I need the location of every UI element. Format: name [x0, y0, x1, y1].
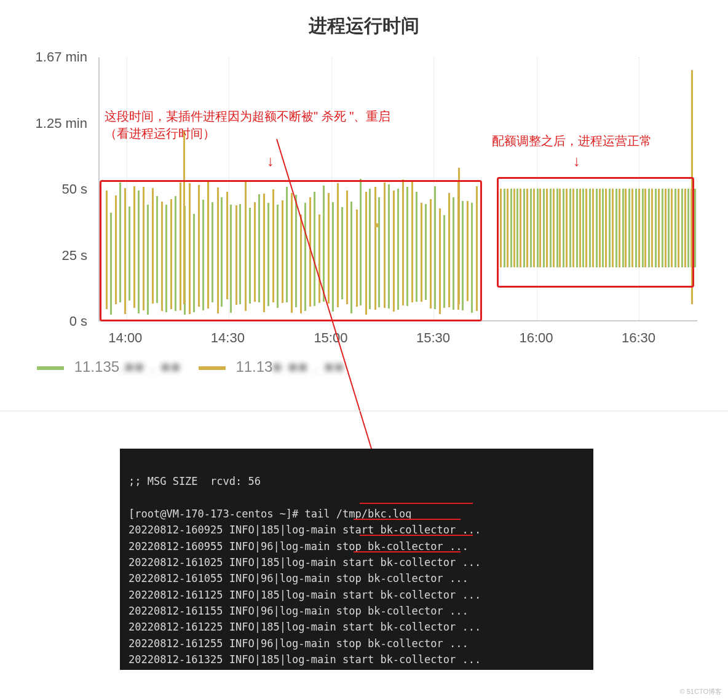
x-tick: 16:00	[519, 330, 553, 346]
log-line: 20220812-161025 INFO|185|log-main start …	[129, 556, 481, 568]
annotation-text: （看进程运行时间）	[105, 125, 390, 142]
x-tick: 14:00	[108, 330, 142, 346]
log-underline	[354, 519, 461, 520]
legend-label: 11.135	[74, 358, 119, 375]
log-line: 20220812-161355 INFO|96|log-main stop bk…	[129, 669, 469, 670]
legend-swatch-green	[37, 366, 64, 370]
plot-area	[98, 57, 697, 321]
log-underline	[360, 535, 473, 536]
blurred-text: .■■ . ■■	[119, 358, 181, 375]
legend-label: 11.13	[235, 358, 272, 375]
log-line: 20220812-160955 INFO|96|log-main stop bk…	[129, 540, 469, 553]
x-tick: 16:30	[622, 330, 655, 346]
log-line: 20220812-161055 INFO|96|log-main stop bk…	[129, 572, 469, 584]
chart-title: 进程运行时间	[0, 14, 728, 39]
blurred-text: ■ ■■ . ■■	[272, 358, 344, 375]
y-tick: 50 s	[61, 181, 87, 197]
watermark: © 51CTO博客	[680, 687, 722, 696]
terminal-line: ;; MSG SIZE rcvd: 56	[129, 475, 261, 487]
log-line: 20220812-161255 INFO|96|log-main stop bk…	[129, 637, 469, 650]
terminal-output: ;; MSG SIZE rcvd: 56 [root@VM-170-173-ce…	[120, 449, 593, 670]
x-tick: 15:30	[416, 330, 450, 346]
log-underline	[360, 503, 473, 504]
y-tick: 0 s	[69, 313, 87, 329]
legend-swatch-yellow	[199, 366, 226, 370]
log-line: 20220812-161225 INFO|185|log-main start …	[129, 621, 481, 633]
arrow-down-icon: ↓	[267, 152, 274, 170]
log-line: 20220812-161325 INFO|185|log-main start …	[129, 653, 481, 666]
legend: 11.135.■■ . ■■ 11.13■ ■■ . ■■	[37, 358, 345, 376]
annotation-text: 这段时间，某插件进程因为超额不断被" 杀死 "、重启	[105, 108, 390, 125]
x-tick: 15:00	[314, 330, 347, 346]
x-tick: 14:30	[211, 330, 245, 346]
y-tick: 1.25 min	[36, 116, 87, 132]
log-underline	[354, 551, 461, 553]
annotation-right: 配额调整之后，进程运营正常	[492, 132, 652, 149]
y-axis: 1.67 min 1.25 min 50 s 25 s 0 s	[18, 57, 92, 321]
log-line: 20220812-161125 INFO|185|log-main start …	[129, 589, 481, 601]
section-divider	[0, 411, 728, 411]
legend-item: 11.13■ ■■ . ■■	[199, 358, 345, 376]
annotation-text: 配额调整之后，进程运营正常	[492, 132, 652, 149]
annotation-left: 这段时间，某插件进程因为超额不断被" 杀死 "、重启 （看进程运行时间）	[105, 108, 390, 142]
y-tick: 25 s	[61, 248, 87, 264]
x-axis: 14:00 14:30 15:00 15:30 16:00 16:30	[98, 328, 697, 346]
arrow-down-icon: ↓	[573, 152, 580, 170]
log-line: 20220812-161155 INFO|96|log-main stop bk…	[129, 605, 469, 617]
legend-item: 11.135.■■ . ■■	[37, 358, 181, 376]
chart-container: 1.67 min 1.25 min 50 s 25 s 0 s 14:00 14…	[18, 57, 710, 389]
y-tick: 1.67 min	[36, 49, 87, 65]
